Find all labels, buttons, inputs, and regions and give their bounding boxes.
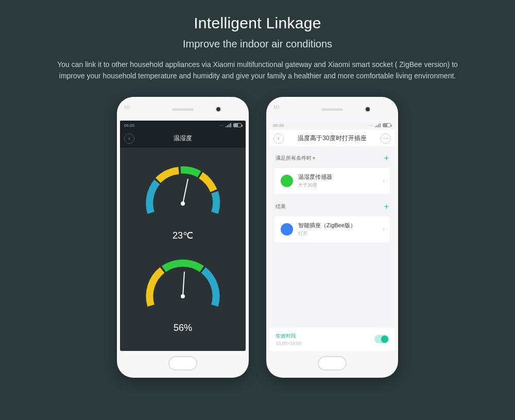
mi-logo: MI — [124, 105, 130, 110]
hero-title: Intelligent Linkage — [0, 14, 515, 32]
signal-icon — [226, 123, 231, 127]
svg-point-1 — [181, 201, 185, 206]
chevron-right-icon: › — [383, 226, 385, 233]
status-time: 06:20 — [124, 123, 134, 128]
navbar: ‹ 温湿度 — [120, 130, 246, 147]
home-button — [318, 356, 347, 371]
battery-icon — [383, 123, 391, 127]
add-condition-button[interactable]: + — [384, 154, 389, 163]
schedule-sub: 10:00~19:00 — [276, 341, 301, 346]
dots-icon: ⋯ — [369, 123, 373, 128]
conditions-header: 满足所有条件时 + — [269, 147, 395, 166]
socket-icon — [281, 223, 293, 236]
back-button[interactable]: ‹ — [273, 133, 284, 144]
result-title: 智能插座（ZigBee版） — [298, 222, 356, 229]
mi-logo: MI — [273, 105, 280, 110]
result-sub: 打开 — [298, 230, 356, 237]
phone-speaker — [321, 108, 343, 111]
phone-camera — [216, 107, 220, 111]
phone-mockup-left: MI 06:20 ⋯ ‹ 温湿度 — [117, 97, 249, 378]
svg-line-2 — [183, 272, 184, 296]
app-screen-gauges: 06:20 ⋯ ‹ 温湿度 — [120, 121, 246, 351]
svg-point-3 — [181, 294, 185, 298]
phone-camera — [366, 107, 370, 111]
phone-speaker — [172, 108, 194, 111]
sensor-icon — [281, 175, 293, 187]
condition-title: 温湿度传感器 — [298, 173, 332, 181]
battery-icon — [233, 123, 242, 127]
hero-subtitle: Improve the indoor air conditions — [0, 38, 515, 50]
schedule-toggle[interactable] — [374, 335, 389, 343]
dots-icon: ⋯ — [219, 123, 224, 128]
navbar-title: 温湿度 — [174, 134, 192, 143]
status-bar: 06:20 ⋯ — [269, 121, 395, 130]
results-header: 结果 + — [269, 196, 395, 214]
schedule-row[interactable]: 生效时段 10:00~19:00 — [269, 327, 395, 351]
phone-mockup-right: MI 06:20 ⋯ ‹ 温度高于30度时打开插座 ⋯ 满足所有条件时 + — [266, 97, 398, 378]
result-item-socket[interactable]: 智能插座（ZigBee版） 打开 › — [274, 216, 390, 242]
app-screen-automation: 06:20 ⋯ ‹ 温度高于30度时打开插座 ⋯ 满足所有条件时 + 温湿度传 — [269, 121, 395, 351]
navbar: ‹ 温度高于30度时打开插座 ⋯ — [269, 130, 395, 147]
chevron-right-icon: › — [383, 177, 385, 184]
temperature-gauge — [139, 155, 227, 242]
results-label: 结果 — [276, 203, 286, 210]
condition-sub: 大于30度 — [298, 182, 332, 189]
svg-line-0 — [183, 179, 188, 204]
navbar-title: 温度高于30度时打开插座 — [298, 134, 366, 143]
back-button[interactable]: ‹ — [124, 133, 134, 144]
hero-description: You can link it to other household appli… — [46, 59, 469, 81]
status-bar: 06:20 ⋯ — [120, 121, 246, 130]
humidity-gauge — [139, 247, 227, 335]
signal-icon — [375, 123, 381, 127]
schedule-title: 生效时段 — [276, 332, 301, 340]
more-button[interactable]: ⋯ — [381, 133, 391, 144]
condition-item-sensor[interactable]: 温湿度传感器 大于30度 › — [274, 168, 390, 194]
conditions-label[interactable]: 满足所有条件时 — [276, 155, 315, 162]
add-result-button[interactable]: + — [384, 202, 389, 211]
home-button — [168, 356, 197, 371]
status-time: 06:20 — [273, 123, 284, 128]
